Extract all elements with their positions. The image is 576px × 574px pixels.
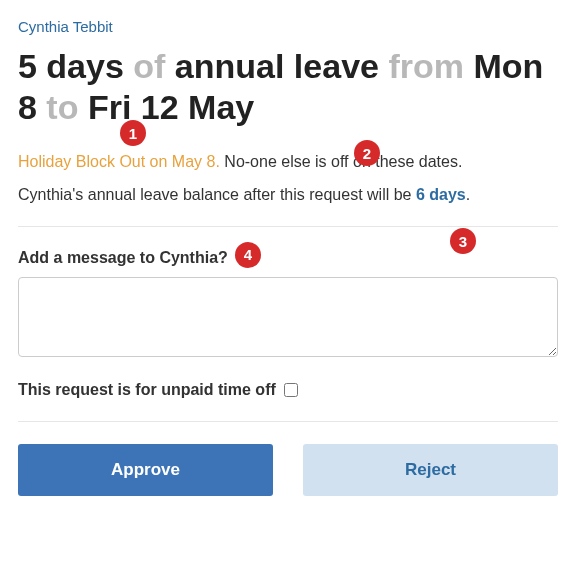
balance-suffix: .	[466, 186, 470, 203]
message-section: Add a message to Cynthia? 4	[18, 249, 558, 361]
divider-2	[18, 421, 558, 422]
unpaid-checkbox[interactable]	[284, 383, 298, 397]
conflict-text: No-one else is off on these dates.	[220, 153, 463, 170]
button-row: Approve Reject	[18, 444, 558, 496]
request-title: 5 days of annual leave from Mon 8 to Fri…	[18, 46, 558, 128]
message-label: Add a message to Cynthia?	[18, 249, 558, 267]
title-end: Fri 12 May	[88, 88, 254, 126]
title-of: of	[124, 47, 175, 85]
balance-line: Cynthia's annual leave balance after thi…	[18, 186, 558, 204]
unpaid-label: This request is for unpaid time off	[18, 381, 276, 399]
title-leave-type: annual leave	[175, 47, 379, 85]
title-days: 5 days	[18, 47, 124, 85]
info-line: Holiday Block Out on May 8. No-one else …	[18, 150, 558, 174]
unpaid-row: This request is for unpaid time off	[18, 381, 558, 399]
reject-button[interactable]: Reject	[303, 444, 558, 496]
title-to: to	[37, 88, 88, 126]
approve-button[interactable]: Approve	[18, 444, 273, 496]
message-textarea[interactable]	[18, 277, 558, 357]
balance-days: 6 days	[416, 186, 466, 203]
holiday-warning: Holiday Block Out on May 8.	[18, 153, 220, 170]
title-from: from	[379, 47, 473, 85]
divider	[18, 226, 558, 227]
employee-link[interactable]: Cynthia Tebbit	[18, 18, 113, 35]
balance-prefix: Cynthia's annual leave balance after thi…	[18, 186, 416, 203]
